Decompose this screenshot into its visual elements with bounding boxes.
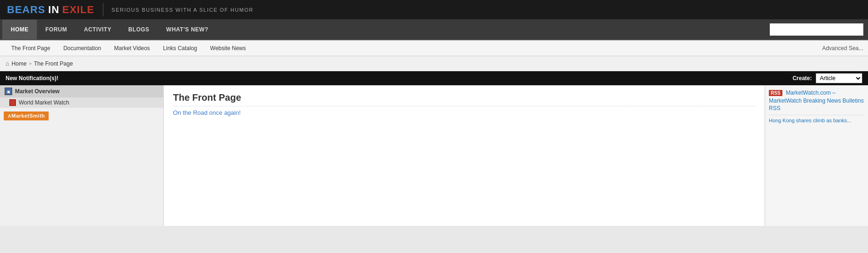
- site-tagline: SERIOUS BUSINESS WITH A SLICE OF HUMOR: [112, 7, 253, 13]
- breadcrumb: ⌂ Home » The Front Page: [0, 56, 868, 71]
- nav-items: HOME FORUM ACTIVITY BLOGS WHAT'S NEW?: [2, 20, 770, 39]
- sidebar-widget: ∧MarketSmith: [0, 108, 163, 124]
- sidebar: ■ Market Overview World Market Watch ∧Ma…: [0, 85, 164, 226]
- sub-nav: The Front Page Documentation Market Vide…: [0, 40, 868, 56]
- nav-item-activity[interactable]: ACTIVITY: [76, 20, 120, 39]
- notification-text: New Notification(s)!: [6, 75, 58, 82]
- subnav-item-front-page[interactable]: The Front Page: [5, 40, 57, 56]
- rss-item: RSS MarketWatch.com – MarketWatch Breaki…: [769, 89, 864, 123]
- main-content: The Front Page On the Road once again!: [164, 85, 765, 226]
- advanced-search-link[interactable]: Advanced Sea...: [822, 45, 863, 52]
- subnav-items: The Front Page Documentation Market Vide…: [5, 40, 253, 56]
- subnav-item-links-catalog[interactable]: Links Catalog: [157, 40, 204, 56]
- logo-in: IN: [48, 4, 59, 16]
- site-logo: BEARS IN EXILE: [7, 4, 94, 16]
- marketsmith-badge[interactable]: ∧MarketSmith: [4, 112, 49, 120]
- right-panel: RSS MarketWatch.com – MarketWatch Breaki…: [765, 85, 868, 226]
- site-header: BEARS IN EXILE SERIOUS BUSINESS WITH A S…: [0, 0, 868, 20]
- rss-title[interactable]: MarketWatch.com – MarketWatch Breaking N…: [769, 89, 864, 112]
- nav-search-container: [770, 23, 863, 36]
- sidebar-section-market-overview[interactable]: ■ Market Overview: [0, 85, 163, 97]
- rss-article[interactable]: Hong Kong shares climb as banks...: [769, 115, 864, 123]
- logo-divider: [103, 3, 103, 16]
- nav-item-whats-new[interactable]: WHAT'S NEW?: [158, 20, 217, 39]
- subnav-item-market-videos[interactable]: Market Videos: [108, 40, 156, 56]
- world-market-watch-icon: [9, 99, 16, 106]
- main-layout: ■ Market Overview World Market Watch ∧Ma…: [0, 85, 868, 226]
- logo-exile: EXILE: [62, 4, 94, 16]
- article-link[interactable]: On the Road once again!: [173, 109, 241, 116]
- nav-item-forum[interactable]: FORUM: [37, 20, 76, 39]
- nav-item-home[interactable]: HOME: [2, 20, 37, 39]
- content-title: The Front Page: [173, 92, 755, 106]
- search-input[interactable]: [770, 23, 863, 36]
- sidebar-section-title: Market Overview: [15, 88, 59, 95]
- rss-badge: RSS: [769, 90, 782, 96]
- breadcrumb-separator: »: [29, 61, 32, 66]
- market-overview-icon: ■: [5, 88, 12, 95]
- create-controls: Create: Article Blog Post Forum Post: [793, 73, 862, 83]
- create-select[interactable]: Article Blog Post Forum Post: [816, 73, 862, 83]
- create-label: Create:: [793, 75, 812, 82]
- breadcrumb-home-link[interactable]: Home: [12, 60, 27, 67]
- subnav-item-documentation[interactable]: Documentation: [57, 40, 108, 56]
- nav-item-blogs[interactable]: BLOGS: [120, 20, 158, 39]
- home-icon: ⌂: [6, 60, 9, 67]
- logo-bears: BEARS: [7, 4, 45, 16]
- notification-bar: New Notification(s)! Create: Article Blo…: [0, 71, 868, 85]
- breadcrumb-current: The Front Page: [34, 60, 72, 67]
- main-nav: HOME FORUM ACTIVITY BLOGS WHAT'S NEW?: [0, 20, 868, 40]
- sidebar-item-label: World Market Watch: [19, 99, 69, 106]
- sidebar-item-world-market-watch[interactable]: World Market Watch: [0, 97, 163, 108]
- subnav-item-website-news[interactable]: Website News: [203, 40, 252, 56]
